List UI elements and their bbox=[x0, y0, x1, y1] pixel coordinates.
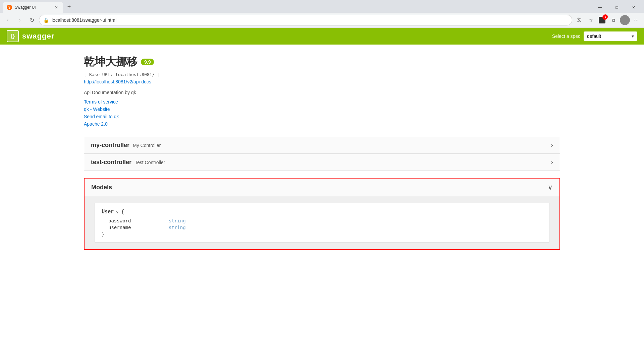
tab-favicon: S bbox=[7, 5, 12, 10]
spec-selector: Select a spec default bbox=[552, 31, 637, 41]
test-controller-name: test-controller bbox=[91, 159, 131, 166]
back-button[interactable]: ‹ bbox=[3, 15, 13, 25]
website-link[interactable]: qk - Website bbox=[84, 107, 560, 112]
test-controller-section: test-controller Test Controller › bbox=[84, 154, 560, 171]
menu-button[interactable]: ⋯ bbox=[631, 15, 641, 25]
api-version-badge: 9.9 bbox=[141, 59, 154, 65]
api-docs-link[interactable]: http://localhost:8081/v2/api-docs bbox=[84, 79, 560, 84]
model-close-brace: } bbox=[102, 231, 542, 237]
model-open-brace: { bbox=[121, 209, 124, 215]
my-controller-chevron: › bbox=[551, 142, 553, 149]
model-name: User bbox=[102, 209, 114, 215]
browser-chrome: S Swagger UI ✕ + — □ ✕ ‹ › ↻ 🔒 localhost… bbox=[0, 0, 644, 28]
spec-select[interactable]: default bbox=[584, 31, 637, 41]
swagger-icon: {} bbox=[7, 30, 19, 42]
test-controller-chevron: › bbox=[551, 159, 553, 166]
browser-actions: 文 ☆ 1 ⧉ ⋯ bbox=[574, 15, 641, 25]
maximize-button[interactable]: □ bbox=[609, 2, 625, 12]
my-controller-desc: My Controller bbox=[133, 143, 161, 148]
api-info-section: 乾坤大挪移 9.9 [ Base URL: localhost:8081/ ] … bbox=[84, 55, 560, 127]
model-fields: password string username string bbox=[108, 218, 542, 230]
api-title-row: 乾坤大挪移 9.9 bbox=[84, 55, 560, 69]
close-button[interactable]: ✕ bbox=[626, 2, 641, 12]
swagger-title: swagger bbox=[22, 32, 54, 41]
swagger-content: 乾坤大挪移 9.9 [ Base URL: localhost:8081/ ] … bbox=[77, 45, 567, 257]
model-field-username: username string bbox=[108, 225, 542, 230]
url-text: localhost:8081/swagger-ui.html bbox=[52, 17, 568, 23]
my-controller-section: my-controller My Controller › bbox=[84, 137, 560, 154]
spec-select-wrapper[interactable]: default bbox=[584, 31, 637, 41]
tab-close-button[interactable]: ✕ bbox=[54, 5, 59, 10]
notification-count: 1 bbox=[602, 15, 607, 20]
models-header[interactable]: Models ∨ bbox=[85, 179, 559, 196]
favorites-button[interactable]: ☆ bbox=[586, 15, 596, 25]
controllers-section: my-controller My Controller › test-contr… bbox=[84, 137, 560, 171]
license-link[interactable]: Apache 2.0 bbox=[84, 121, 560, 127]
active-tab[interactable]: S Swagger UI ✕ bbox=[3, 2, 63, 13]
models-section: Models ∨ User ∨ { password string userna… bbox=[84, 178, 560, 250]
models-chevron: ∨ bbox=[548, 183, 553, 191]
spec-label: Select a spec bbox=[552, 33, 580, 39]
forward-button[interactable]: › bbox=[15, 15, 25, 25]
window-controls: — □ ✕ bbox=[592, 2, 641, 13]
my-controller-name: my-controller bbox=[91, 142, 129, 149]
model-expand-chevron[interactable]: ∨ bbox=[116, 209, 119, 214]
profile-button[interactable] bbox=[620, 15, 630, 25]
base-url: [ Base URL: localhost:8081/ ] bbox=[84, 72, 560, 77]
email-link[interactable]: Send email to qk bbox=[84, 114, 560, 119]
field-type-password: string bbox=[169, 218, 186, 223]
minimize-button[interactable]: — bbox=[592, 2, 608, 12]
field-type-username: string bbox=[169, 225, 186, 230]
terms-link[interactable]: Terms of service bbox=[84, 99, 560, 105]
field-name-username: username bbox=[108, 225, 149, 230]
info-icon: 🔒 bbox=[43, 17, 49, 23]
swagger-header: {} swagger Select a spec default bbox=[0, 28, 644, 45]
translate-button[interactable]: 文 bbox=[574, 15, 584, 25]
api-title: 乾坤大挪移 bbox=[84, 55, 138, 69]
model-header-row: User ∨ { bbox=[102, 209, 542, 215]
models-content: User ∨ { password string username string… bbox=[85, 196, 559, 249]
test-controller-header[interactable]: test-controller Test Controller › bbox=[84, 154, 560, 171]
extensions-button[interactable]: 1 bbox=[597, 15, 607, 25]
refresh-button[interactable]: ↻ bbox=[27, 15, 37, 25]
field-name-password: password bbox=[108, 218, 149, 223]
tab-title: Swagger UI bbox=[15, 5, 51, 10]
api-description: Api Documentation by qk bbox=[84, 90, 560, 95]
test-controller-desc: Test Controller bbox=[135, 160, 165, 165]
address-bar: ‹ › ↻ 🔒 localhost:8081/swagger-ui.html 文… bbox=[0, 13, 644, 27]
my-controller-header[interactable]: my-controller My Controller › bbox=[84, 137, 560, 154]
url-box[interactable]: 🔒 localhost:8081/swagger-ui.html bbox=[39, 15, 572, 25]
collections-button[interactable]: ⧉ bbox=[608, 15, 619, 25]
swagger-logo: {} swagger bbox=[7, 30, 54, 42]
model-field-password: password string bbox=[108, 218, 542, 223]
models-title: Models bbox=[91, 184, 112, 191]
user-model: User ∨ { password string username string… bbox=[95, 203, 549, 243]
new-tab-button[interactable]: + bbox=[64, 2, 74, 11]
